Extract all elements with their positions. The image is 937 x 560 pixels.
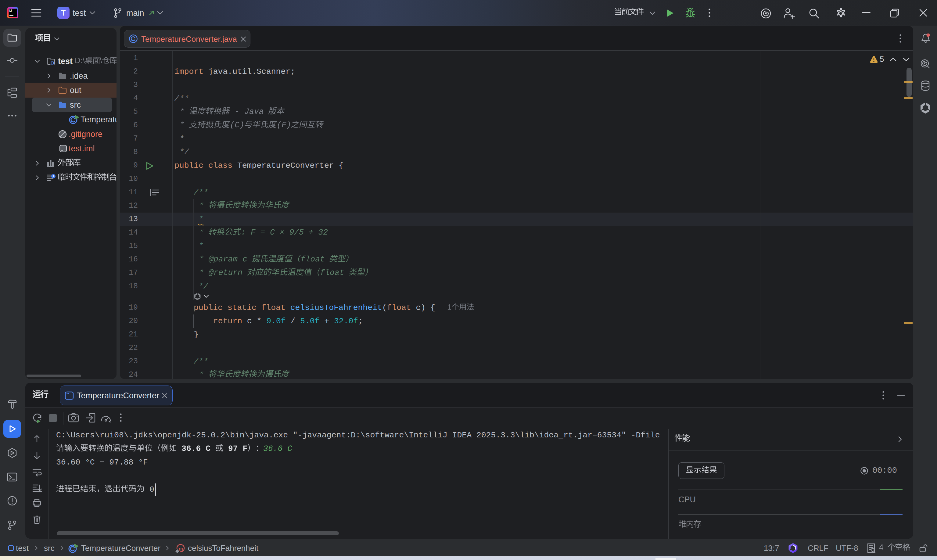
svg-text:IJ: IJ xyxy=(9,9,12,12)
